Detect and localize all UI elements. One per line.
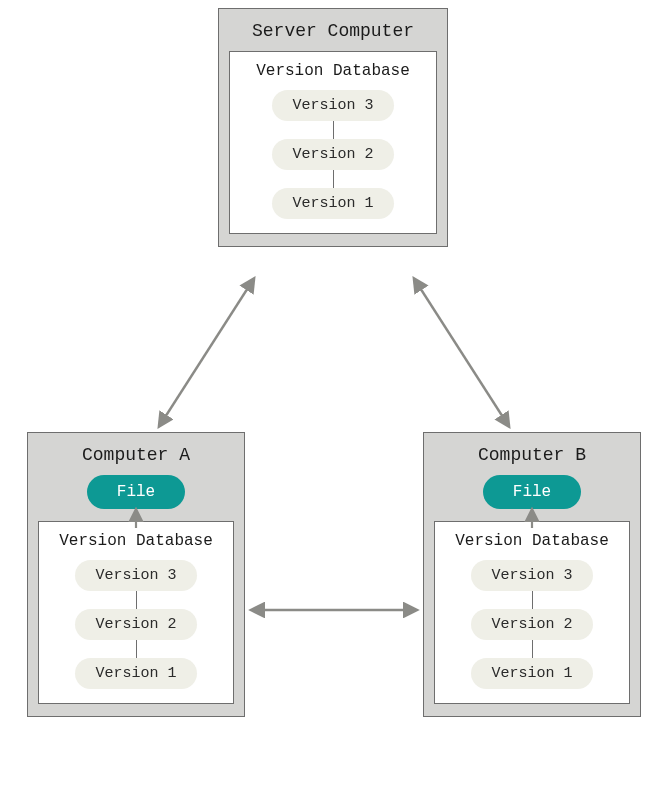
computer-b-box: Computer B File Version Database Version… [423,432,641,717]
computer-b-db-box: Version Database Version 3 Version 2 Ver… [434,521,630,704]
version-pill: Version 1 [471,658,592,689]
diagram-canvas: Server Computer Version Database Version… [0,0,668,800]
connector-line [333,170,334,188]
computer-b-title: Computer B [478,445,586,465]
version-pill: Version 2 [272,139,393,170]
version-pill: Version 3 [471,560,592,591]
arrow-server-to-b [415,280,508,425]
version-pill: Version 1 [75,658,196,689]
version-pill: Version 1 [272,188,393,219]
connector-line [136,591,137,609]
server-computer-box: Server Computer Version Database Version… [218,8,448,247]
computer-b-file-pill: File [483,475,581,509]
version-pill: Version 2 [75,609,196,640]
version-pill: Version 3 [272,90,393,121]
computer-a-box: Computer A File Version Database Version… [27,432,245,717]
computer-b-db-title: Version Database [455,532,609,550]
connector-line [333,121,334,139]
arrow-server-to-a [160,280,253,425]
version-pill: Version 2 [471,609,592,640]
connector-line [532,640,533,658]
connector-line [532,591,533,609]
version-pill: Version 3 [75,560,196,591]
computer-a-db-box: Version Database Version 3 Version 2 Ver… [38,521,234,704]
computer-a-file-pill: File [87,475,185,509]
server-db-title: Version Database [256,62,410,80]
server-title: Server Computer [252,21,414,41]
computer-a-db-title: Version Database [59,532,213,550]
computer-a-title: Computer A [82,445,190,465]
connector-line [136,640,137,658]
server-db-box: Version Database Version 3 Version 2 Ver… [229,51,437,234]
